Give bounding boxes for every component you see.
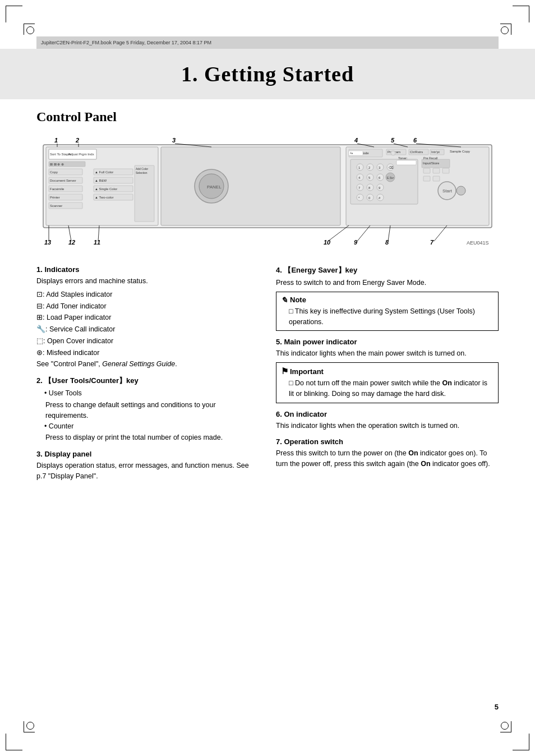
svg-text:11: 11 [94,239,100,246]
svg-text:▲ B&W: ▲ B&W [95,179,107,182]
note-item: This key is ineffective during System Se… [289,306,494,328]
svg-text:AEU041S: AEU041S [467,240,489,246]
paper-text: : Load Paper indicator [43,314,111,321]
corner-mark-tl [6,6,22,22]
section5-heading: 5. Main power indicator [276,338,499,346]
corner-mark-br [513,734,529,750]
important-icon: ⚑ [281,366,288,376]
section7-body: Press this switch to turn the power on (… [276,448,499,469]
left-column: 1. Indicators Displays errors and machin… [36,259,259,484]
svg-rect-34 [161,147,340,225]
chapter-title: 1. Getting Started [181,62,354,86]
svg-text:8: 8 [385,239,389,246]
toner-text: : Add Toner indicator [43,302,107,310]
svg-text:Toner:: Toner: [398,156,408,160]
svg-rect-90 [433,176,440,181]
content-area: Control Panel 1 2 3 4 5 6 Sort To Staple… [36,104,499,720]
svg-text:2: 2 [75,137,79,144]
svg-text:4: 4 [354,137,358,144]
svg-text:Sample Copy: Sample Copy [450,150,470,153]
chapter-header: 1. Getting Started [0,49,535,99]
note-box: ✎ Note This key is ineffective during Sy… [276,292,499,331]
misfeed-text: : Misfeed indicator [43,349,99,357]
staples-icon: ⊡ [36,290,43,298]
svg-text:4♦: 4♦ [350,151,353,155]
svg-text:5: 5 [391,137,395,144]
section1-heading: 1. Indicators [36,265,259,274]
right-column: 4. 【Energy Saver】key Press to switch to … [276,259,499,484]
diagram-svg: 1 2 3 4 5 6 Sort To Staple Adjust Prgm I… [36,135,499,247]
important-box: ⚑ Important Do not turn off the main pow… [276,362,499,403]
bullet-counter-sub: Press to display or print the total numb… [45,432,259,443]
section4-heading: 4. 【Energy Saver】key [276,265,499,275]
bullet-counter: Counter [44,421,259,432]
svg-point-45 [391,151,395,155]
svg-rect-92 [396,160,416,165]
control-panel-diagram: 1 2 3 4 5 6 Sort To Staple Adjust Prgm I… [36,135,499,248]
svg-text:Printer: Printer [50,196,60,199]
section-title: Control Panel [36,109,499,125]
important-heading: ⚑ Important [281,366,494,376]
note-icon: ✎ [281,296,288,305]
svg-text:9: 9 [354,239,358,246]
indicator-misfeed: ⊛: Misfeed indicator [36,347,259,359]
svg-text:Start: Start [442,188,453,193]
svg-text:13: 13 [44,239,51,246]
svg-text:7: 7 [430,239,434,246]
bullet-user-tools: User Tools [44,388,259,399]
cover-icon: ⬚ [36,336,43,345]
circle-tr [501,26,509,34]
svg-text:E.Svr: E.Svr [387,176,394,179]
cover-text: : Open Cover indicator [43,337,113,345]
svg-text:Input/Store: Input/Store [423,162,440,165]
indicator-open-cover: ⬚: Open Cover indicator [36,335,259,347]
svg-point-74 [357,194,363,201]
svg-text:▲ Full Color: ▲ Full Color [95,170,113,174]
svg-text:Document Server: Document Server [50,179,76,182]
service-text: : Service Call indicator [45,325,115,333]
section2-heading: 2. 【User Tools/Counter】key [36,376,259,386]
misfeed-icon: ⊛ [36,348,43,357]
svg-text:Scanner: Scanner [50,204,62,208]
svg-text:▲ Two-color: ▲ Two-color [95,196,114,199]
section3-heading: 3. Display panel [36,450,259,458]
svg-text:6: 6 [413,137,417,144]
indicator-load-paper: ⊞: Load Paper indicator [36,312,259,324]
circle-tl [26,26,34,34]
svg-rect-87 [433,168,440,173]
section6-body: This indicator lights when the operation… [276,421,499,431]
circle-bl [26,722,34,730]
svg-text:Facsimile: Facsimile [50,187,64,191]
corner-mark-tr [513,6,529,22]
important-item: Do not turn off the main power switch wh… [289,378,494,399]
svg-rect-86 [423,168,430,173]
svg-text:⌫: ⌫ [389,166,394,169]
svg-text:12: 12 [68,239,75,246]
header-bar: JupiterC2EN-Print-F2_FM.book Page 5 Frid… [36,36,499,49]
section5-body: This indicator lights when the main powe… [276,348,499,359]
svg-text:PANEL: PANEL [207,185,222,190]
section7-heading: 7. Operation switch [276,437,499,446]
service-icon: 🔧 [36,325,45,333]
svg-text:▲ Single Color: ▲ Single Color [95,187,117,191]
staples-text: : Add Staples indicator [43,291,112,298]
circle-br [501,722,509,730]
indicator-service-call: 🔧: Service Call indicator [36,324,259,335]
section1-title: 1. Indicators [36,265,80,274]
paper-icon: ⊞ [36,313,43,321]
page-number: 5 [495,703,499,711]
section6-heading: 6. On indicator [276,410,499,418]
note-heading: ✎ Note [281,296,494,305]
indicator-add-staples: ⊡: Add Staples indicator [36,289,259,301]
toner-icon: ⊟ [36,302,43,310]
header-text: JupiterC2EN-Print-F2_FM.book Page 5 Frid… [41,40,211,45]
svg-text:1: 1 [54,137,58,144]
svg-text:3: 3 [172,137,176,144]
svg-text:Adjust Prgm Indx: Adjust Prgm Indx [68,153,94,156]
corner-mark-bl [6,734,22,750]
bullet-user-tools-sub: Press to change default settings and con… [45,400,259,421]
svg-text:Add Color: Add Color [136,167,149,170]
svg-text:⊠ ⊠ ⊕ ⊕: ⊠ ⊠ ⊕ ⊕ [50,163,64,166]
svg-text:Copy: Copy [50,170,58,174]
section4-body: Press to switch to and from Energy Saver… [276,278,499,288]
